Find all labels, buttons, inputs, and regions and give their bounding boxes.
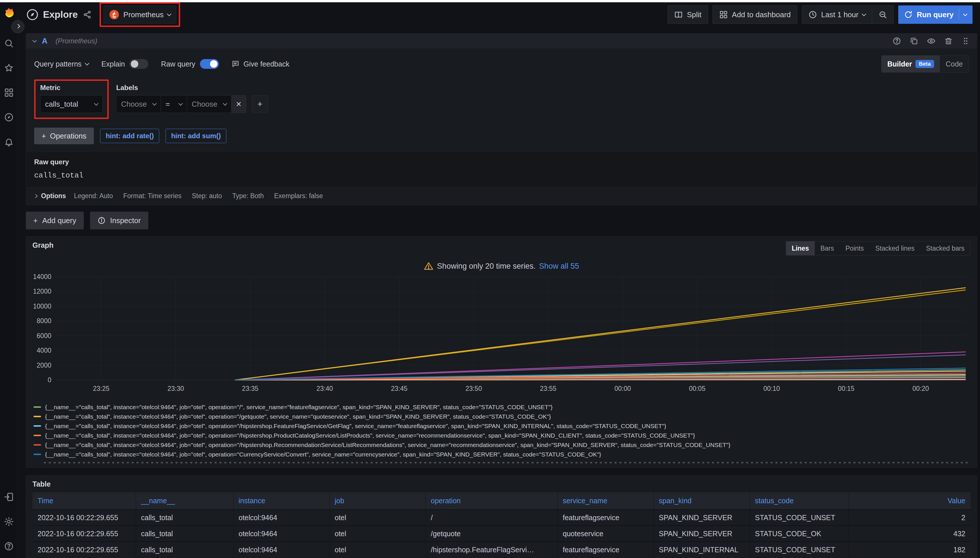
label-value-select[interactable]: Choose xyxy=(187,95,232,113)
table-cell: otel xyxy=(329,510,426,525)
table-cell: calls_total xyxy=(136,510,233,525)
legend-label[interactable]: {__name__="calls_total", instance="otelc… xyxy=(45,423,666,430)
table-cell: 182 xyxy=(848,542,970,558)
graph-style-tab[interactable]: Stacked bars xyxy=(920,241,970,255)
table-cell: SPAN_KIND_SERVER xyxy=(653,510,750,525)
show-all-series-link[interactable]: Show all 55 xyxy=(539,262,579,271)
add-label-button[interactable]: + xyxy=(252,95,268,113)
table-header-cell[interactable]: instance xyxy=(233,492,329,510)
table-header-cell[interactable]: service_name xyxy=(557,492,653,510)
sidebar-item-explore[interactable] xyxy=(4,112,14,122)
eye-icon[interactable] xyxy=(927,37,936,45)
copy-icon[interactable] xyxy=(910,37,918,45)
table-header-cell[interactable]: span_kind xyxy=(653,492,750,510)
add-operations-button[interactable]: + Operations xyxy=(34,128,94,144)
table-header-cell[interactable]: operation xyxy=(426,492,557,510)
help-circle-icon xyxy=(4,542,14,551)
add-to-dashboard-button[interactable]: Add to dashboard xyxy=(713,5,797,24)
legend-swatch[interactable] xyxy=(34,416,41,417)
table-row: 2022-10-16 00:22:29.655calls_totalotelco… xyxy=(33,510,970,525)
query-row-header[interactable]: A (Prometheus) xyxy=(26,34,977,48)
builder-code-switch: Builder Beta Code xyxy=(881,55,969,72)
time-range-button[interactable]: Last 1 hour xyxy=(802,5,872,24)
sidebar-item-starred[interactable] xyxy=(4,63,14,73)
trash-icon[interactable] xyxy=(944,37,953,45)
warning-icon xyxy=(424,261,434,271)
explain-toggle[interactable] xyxy=(129,59,148,69)
hint-button[interactable]: hint: add rate() xyxy=(100,129,159,143)
share-icon[interactable] xyxy=(83,10,92,19)
graph-panel-header: Graph LinesBarsPointsStacked linesStacke… xyxy=(33,241,970,256)
table-cell: quoteservice xyxy=(557,525,653,542)
table-header-cell[interactable]: Value xyxy=(848,492,970,510)
chevron-right-icon xyxy=(15,24,20,29)
drag-handle-icon[interactable] xyxy=(961,37,970,45)
query-row-actions xyxy=(893,37,970,45)
toggle-knob xyxy=(131,60,138,68)
sidebar-item-help[interactable] xyxy=(4,542,14,551)
query-ref-id[interactable]: A xyxy=(42,37,48,46)
legend-label[interactable]: {__name__="calls_total", instance="otelc… xyxy=(45,451,601,458)
legend-label[interactable]: {__name__="calls_total", instance="otelc… xyxy=(45,404,552,410)
zoom-out-button[interactable] xyxy=(872,5,894,24)
table-panel-title: Table xyxy=(33,480,51,488)
sidebar-item-settings[interactable] xyxy=(4,517,14,527)
run-query-button[interactable]: Run query xyxy=(898,5,973,24)
legend-label[interactable]: {__name__="calls_total", instance="otelc… xyxy=(45,441,730,448)
graph-style-tab[interactable]: Bars xyxy=(815,241,840,255)
table-header-cell[interactable]: Time xyxy=(33,492,136,510)
raw-query-toggle[interactable] xyxy=(200,59,219,69)
sidebar-item-dashboards[interactable] xyxy=(4,88,14,97)
table-cell: /getquote xyxy=(426,525,557,542)
star-icon xyxy=(4,63,14,73)
y-axis-label: 6000 xyxy=(37,332,51,340)
graph-style-tab[interactable]: Stacked lines xyxy=(870,241,920,255)
topbar: Explore Prometheus Split xyxy=(18,2,980,27)
run-query-options[interactable] xyxy=(959,10,967,20)
table-cell: otel xyxy=(329,542,426,558)
builder-tab[interactable]: Builder Beta xyxy=(881,56,940,72)
add-query-button[interactable]: + Add query xyxy=(26,212,84,230)
graph-style-tab[interactable]: Lines xyxy=(786,241,815,255)
give-feedback-button[interactable]: Give feedback xyxy=(232,60,289,68)
legend-swatch[interactable] xyxy=(34,454,41,455)
split-icon xyxy=(674,10,683,19)
gear-icon xyxy=(4,517,14,527)
legend-item-clipped xyxy=(44,462,970,463)
table-cell: calls_total xyxy=(136,542,233,558)
split-button[interactable]: Split xyxy=(668,5,708,24)
remove-label-button[interactable]: ✕ xyxy=(231,95,246,113)
help-circle-icon[interactable] xyxy=(893,37,901,45)
metric-select[interactable]: calls_total xyxy=(40,95,103,113)
table-header-cell[interactable]: job xyxy=(329,492,426,510)
explore-compass-icon xyxy=(26,8,38,21)
sidebar-item-sign-in[interactable] xyxy=(4,492,14,502)
table-header-cell[interactable]: __name__ xyxy=(136,492,233,510)
legend-swatch[interactable] xyxy=(34,444,41,446)
grafana-logo[interactable] xyxy=(3,7,15,20)
legend-label[interactable]: {__name__="calls_total", instance="otelc… xyxy=(45,432,695,439)
query-patterns-dropdown[interactable]: Query patterns xyxy=(34,60,89,68)
legend-swatch[interactable] xyxy=(34,425,41,427)
table-header-cell[interactable]: status_code xyxy=(750,492,848,510)
chevron-down-icon xyxy=(152,101,157,105)
table-row: 2022-10-16 00:22:29.655calls_totalotelco… xyxy=(33,525,970,542)
label-operator-select[interactable]: = xyxy=(161,95,187,113)
label-key-select[interactable]: Choose xyxy=(116,95,161,113)
sidebar-expand-button[interactable] xyxy=(11,20,25,33)
metric-field-label: Metric xyxy=(40,84,103,92)
options-row[interactable]: Options Legend: AutoFormat: Time seriesS… xyxy=(26,187,977,205)
graph-style-tab[interactable]: Points xyxy=(840,241,870,255)
legend-swatch[interactable] xyxy=(34,406,41,408)
code-tab[interactable]: Code xyxy=(940,56,968,72)
chart-svg: 23:2523:3023:3523:4023:4523:5023:5500:00… xyxy=(33,273,969,399)
clock-icon xyxy=(809,10,817,19)
legend-swatch[interactable] xyxy=(34,435,41,436)
hint-button[interactable]: hint: add sum() xyxy=(166,129,226,143)
datasource-picker[interactable]: Prometheus xyxy=(104,6,176,23)
table-cell: STATUS_CODE_UNSET xyxy=(750,542,848,558)
sidebar-item-search[interactable] xyxy=(4,38,14,48)
sidebar-item-alerting[interactable] xyxy=(4,137,14,147)
inspector-button[interactable]: Inspector xyxy=(90,212,148,230)
legend-label[interactable]: {__name__="calls_total", instance="otelc… xyxy=(45,413,551,420)
